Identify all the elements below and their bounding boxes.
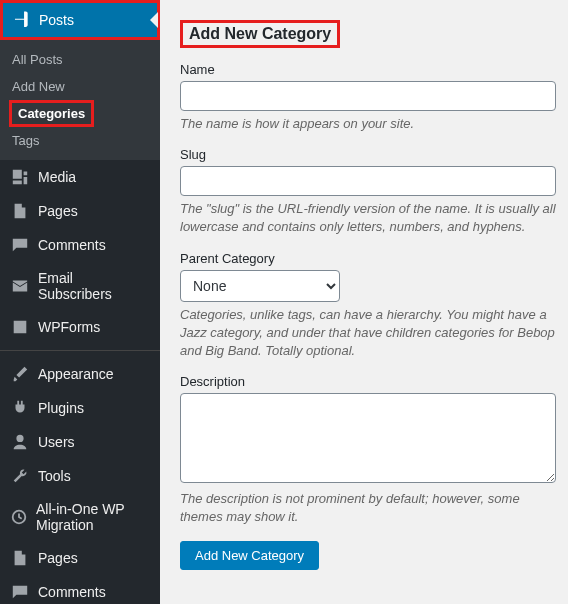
sidebar-item-pages[interactable]: Pages [0, 194, 160, 228]
sidebar-item-label: Users [38, 434, 75, 450]
sidebar-item-email-subscribers[interactable]: Email Subscribers [0, 262, 160, 310]
sidebar-item-label: Posts [39, 12, 74, 28]
sidebar-item-label: WPForms [38, 319, 100, 335]
description-desc: The description is not prominent by defa… [180, 490, 556, 526]
sidebar-item-label: Comments [38, 237, 106, 253]
name-input[interactable] [180, 81, 556, 111]
menu-separator [0, 350, 160, 351]
comment-icon [10, 236, 30, 254]
sidebar-item-label: Media [38, 169, 76, 185]
sidebar-item-tools[interactable]: Tools [0, 459, 160, 493]
sidebar-item-comments-2[interactable]: Comments [0, 575, 160, 604]
sidebar-item-label: Appearance [38, 366, 114, 382]
page-title: Add New Category [180, 20, 340, 48]
parent-desc: Categories, unlike tags, can have a hier… [180, 306, 556, 361]
slug-label: Slug [180, 147, 556, 162]
main-content: Add New Category Name The name is how it… [160, 0, 568, 604]
brush-icon [10, 365, 30, 383]
comment-icon [10, 583, 30, 601]
sidebar-item-label: Email Subscribers [38, 270, 150, 302]
field-name: Name The name is how it appears on your … [180, 62, 556, 133]
name-label: Name [180, 62, 556, 77]
parent-select[interactable]: None [180, 270, 340, 302]
submenu-add-new[interactable]: Add New [0, 73, 160, 100]
mail-icon [10, 277, 30, 295]
submenu-tags[interactable]: Tags [0, 127, 160, 154]
sidebar-item-plugins[interactable]: Plugins [0, 391, 160, 425]
posts-submenu: All Posts Add New Categories Tags [0, 40, 160, 160]
sidebar-item-comments[interactable]: Comments [0, 228, 160, 262]
field-slug: Slug The "slug" is the URL-friendly vers… [180, 147, 556, 236]
sidebar-item-migration[interactable]: All-in-One WP Migration [0, 493, 160, 541]
name-desc: The name is how it appears on your site. [180, 115, 556, 133]
sidebar-item-label: Plugins [38, 400, 84, 416]
sidebar-item-pages-2[interactable]: Pages [0, 541, 160, 575]
pin-icon [13, 11, 31, 29]
submenu-all-posts[interactable]: All Posts [0, 46, 160, 73]
user-icon [10, 433, 30, 451]
submenu-categories[interactable]: Categories [9, 100, 94, 127]
sidebar-item-appearance[interactable]: Appearance [0, 357, 160, 391]
wrench-icon [10, 467, 30, 485]
sidebar-item-media[interactable]: Media [0, 160, 160, 194]
media-icon [10, 168, 30, 186]
admin-sidebar: Posts All Posts Add New Categories Tags … [0, 0, 160, 604]
sidebar-item-wpforms[interactable]: WPForms [0, 310, 160, 344]
field-description: Description The description is not promi… [180, 374, 556, 526]
plug-icon [10, 399, 30, 417]
sidebar-item-label: Pages [38, 203, 78, 219]
page-icon [10, 549, 30, 567]
sidebar-item-label: Tools [38, 468, 71, 484]
sidebar-item-users[interactable]: Users [0, 425, 160, 459]
submit-button[interactable]: Add New Category [180, 541, 319, 570]
field-parent: Parent Category None Categories, unlike … [180, 251, 556, 361]
page-icon [10, 202, 30, 220]
form-icon [10, 318, 30, 336]
sidebar-item-label: Pages [38, 550, 78, 566]
migration-icon [10, 508, 28, 526]
parent-label: Parent Category [180, 251, 556, 266]
sidebar-item-label: All-in-One WP Migration [36, 501, 150, 533]
description-textarea[interactable] [180, 393, 556, 483]
slug-input[interactable] [180, 166, 556, 196]
sidebar-item-posts[interactable]: Posts [0, 0, 160, 40]
sidebar-item-label: Comments [38, 584, 106, 600]
slug-desc: The "slug" is the URL-friendly version o… [180, 200, 556, 236]
description-label: Description [180, 374, 556, 389]
